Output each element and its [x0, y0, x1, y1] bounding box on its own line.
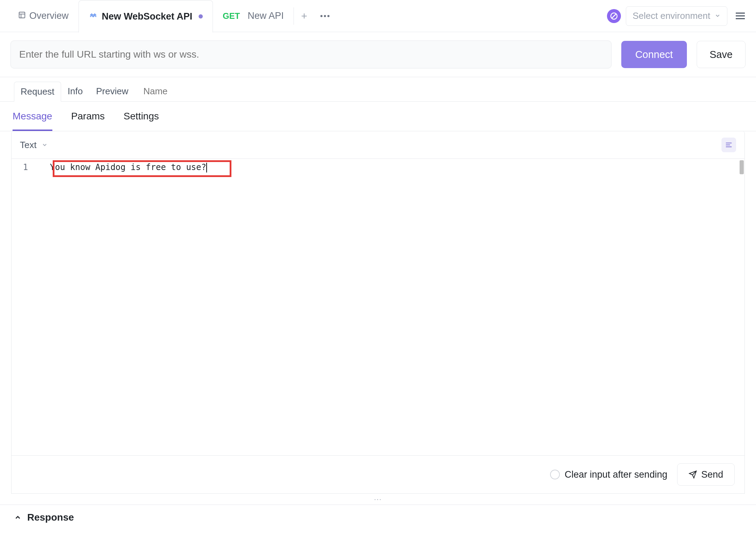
plus-icon: +	[301, 10, 307, 22]
name-input[interactable]	[141, 84, 259, 99]
tab-more-button[interactable]	[314, 15, 335, 17]
resize-handle[interactable]: ···	[0, 494, 756, 505]
response-label: Response	[27, 512, 74, 523]
tab-overview[interactable]: Overview	[8, 0, 79, 32]
svg-point-3	[320, 15, 323, 17]
svg-point-5	[327, 15, 329, 17]
clear-input-checkbox[interactable]: Clear input after sending	[550, 469, 667, 480]
section-tab-preview[interactable]: Preview	[89, 81, 135, 101]
tab-websocket-api[interactable]: New WebSocket API	[79, 0, 213, 32]
content-tabs: Message Params Settings	[0, 102, 756, 131]
svg-line-7	[612, 14, 616, 18]
format-code-button[interactable]	[721, 138, 736, 152]
connect-button[interactable]: Connect	[621, 41, 687, 68]
content-tab-params[interactable]: Params	[71, 111, 105, 131]
send-button[interactable]: Send	[677, 463, 735, 486]
section-tabs: Request Info Preview	[0, 77, 756, 102]
tab-bar: Overview New WebSocket API GET New API +…	[0, 0, 756, 32]
svg-rect-0	[19, 12, 25, 18]
editor-panel: Text 1 You know Apidog is free to use? C…	[11, 131, 745, 494]
url-input[interactable]	[10, 41, 612, 68]
add-tab-button[interactable]: +	[294, 7, 314, 25]
chevron-up-icon	[14, 514, 22, 521]
tab-active-label: New WebSocket API	[102, 11, 193, 22]
unsaved-dot-icon	[199, 14, 203, 19]
svg-point-4	[324, 15, 326, 17]
response-toggle[interactable]: Response	[0, 505, 756, 535]
clear-input-label: Clear input after sending	[565, 469, 667, 480]
chevron-down-icon	[714, 10, 721, 21]
format-select-label: Text	[20, 140, 37, 150]
compass-icon	[610, 12, 618, 20]
ellipsis-icon	[320, 15, 330, 17]
send-button-label: Send	[701, 469, 723, 480]
line-gutter: 1	[12, 159, 39, 172]
editor-header: Text	[12, 131, 744, 159]
websocket-icon	[89, 11, 98, 22]
chevron-down-icon	[42, 140, 48, 150]
tab-new-api-label: New API	[247, 10, 284, 21]
content-tab-settings[interactable]: Settings	[124, 111, 159, 131]
code-line: You know Apidog is free to use?	[50, 162, 207, 172]
env-badge-button[interactable]	[607, 9, 621, 23]
menu-button[interactable]	[733, 10, 748, 22]
section-tab-request[interactable]: Request	[14, 82, 61, 102]
tab-overview-label: Overview	[29, 10, 69, 21]
send-icon	[689, 470, 697, 479]
format-select[interactable]: Text	[20, 140, 48, 150]
format-lines-icon	[725, 141, 733, 149]
text-cursor	[206, 163, 207, 172]
checkbox-icon	[550, 470, 560, 479]
editor-footer: Clear input after sending Send	[12, 455, 744, 493]
environment-select-label: Select environment	[632, 10, 710, 21]
save-button[interactable]: Save	[697, 41, 746, 68]
vertical-scrollbar[interactable]	[740, 160, 744, 174]
tab-new-api[interactable]: GET New API	[213, 0, 294, 32]
code-editor[interactable]: 1 You know Apidog is free to use?	[12, 159, 744, 455]
hamburger-icon	[736, 13, 745, 14]
section-tab-info[interactable]: Info	[61, 81, 89, 101]
environment-select[interactable]: Select environment	[626, 6, 727, 26]
content-tab-message[interactable]: Message	[13, 111, 52, 131]
layout-icon	[18, 10, 26, 21]
method-badge: GET	[223, 11, 240, 21]
url-bar: Connect Save	[0, 32, 756, 77]
